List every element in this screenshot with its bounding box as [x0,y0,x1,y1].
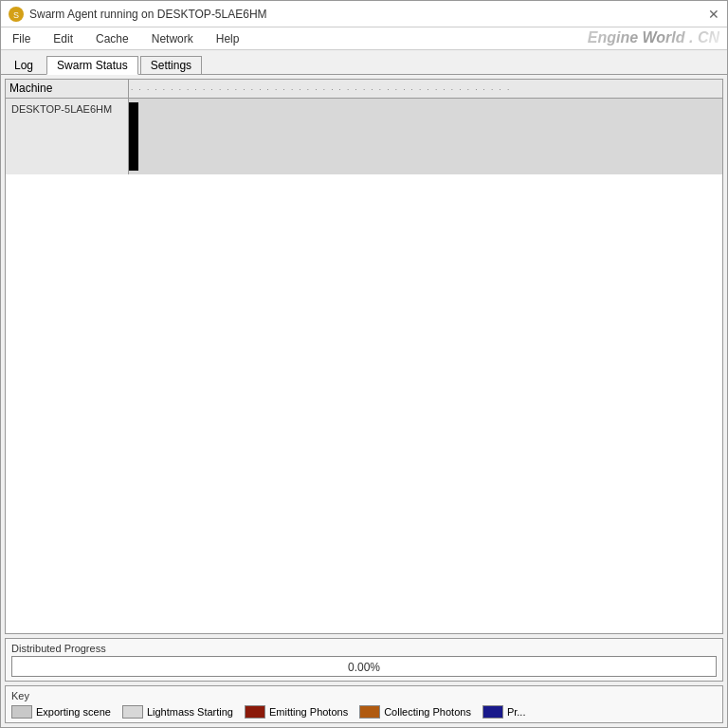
key-label-collecting: Collecting Photons [384,706,471,718]
progress-bar-wrapper: 0.00% [11,656,717,677]
activity-bar [129,102,138,171]
tabs-bar: Log Swarm Status Settings [1,50,727,75]
machine-cell: DESKTOP-5LAE6HM [6,99,129,174]
menu-file[interactable]: File [5,30,38,47]
distributed-progress-label: Distributed Progress [11,643,717,654]
column-header-machine: Machine [6,80,129,98]
key-label-processing: Pr... [507,706,526,718]
title-bar-left: S Swarm Agent running on DESKTOP-5LAE6HM [9,7,267,22]
distributed-progress-section: Distributed Progress 0.00% [5,638,723,682]
key-section: Key Exporting scene Lightmass Starting E… [5,685,723,723]
key-color-processing [482,705,503,719]
tab-swarm-status[interactable]: Swarm Status [46,56,138,75]
app-icon: S [9,7,24,22]
key-label-emitting: Emitting Photons [269,706,348,718]
menu-network[interactable]: Network [144,30,201,47]
tab-log[interactable]: Log [5,57,43,74]
progress-text: 0.00% [12,657,716,678]
key-color-lightmass [122,705,143,719]
window-title: Swarm Agent running on DESKTOP-5LAE6HM [29,8,267,21]
status-table: Machine · · · · · · · · · · · · · · · · … [5,79,723,634]
ruler: · · · · · · · · · · · · · · · · · · · · … [129,80,722,98]
column-header-bars: · · · · · · · · · · · · · · · · · · · · … [129,80,722,98]
main-window: S Swarm Agent running on DESKTOP-5LAE6HM… [0,0,728,728]
key-label-exporting: Exporting scene [36,706,111,718]
bars-area [129,99,722,174]
menu-bar: File Edit Cache Network Help Engine Worl… [1,27,727,50]
key-item-lightmass: Lightmass Starting [122,705,233,719]
table-header: Machine · · · · · · · · · · · · · · · · … [6,80,722,99]
title-bar: S Swarm Agent running on DESKTOP-5LAE6HM… [1,1,727,27]
tab-settings[interactable]: Settings [140,56,202,74]
main-content: Machine · · · · · · · · · · · · · · · · … [1,75,727,727]
key-item-emitting: Emitting Photons [245,705,348,719]
table-body: DESKTOP-5LAE6HM [6,99,722,174]
key-item-exporting: Exporting scene [11,705,111,719]
key-label-lightmass: Lightmass Starting [147,706,233,718]
key-item-collecting: Collecting Photons [359,705,471,719]
engine-world-logo: Engine World . CN [588,29,719,46]
menu-help[interactable]: Help [209,30,247,47]
key-item-processing: Pr... [482,705,526,719]
machine-name: DESKTOP-5LAE6HM [11,103,112,115]
svg-text:S: S [13,10,19,20]
key-color-collecting [359,705,380,719]
menu-edit[interactable]: Edit [46,30,81,47]
close-button[interactable]: ✕ [708,7,719,22]
key-label: Key [11,690,717,701]
key-color-emitting [245,705,265,719]
key-color-exporting [11,705,32,719]
menu-cache[interactable]: Cache [88,30,136,47]
key-items: Exporting scene Lightmass Starting Emitt… [11,705,717,719]
progress-container: Distributed Progress 0.00% [5,638,723,682]
